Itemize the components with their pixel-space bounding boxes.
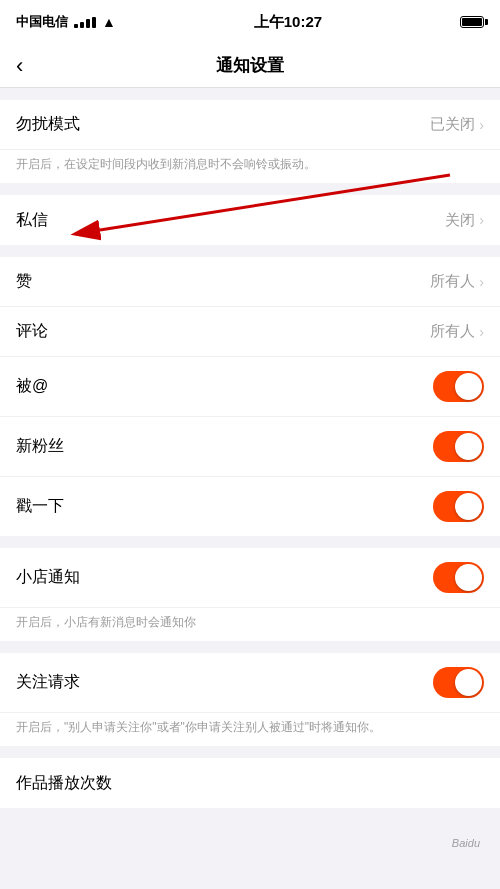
signal-bars xyxy=(74,17,96,28)
item-right: 已关闭› xyxy=(430,115,484,134)
section-interactions: 赞所有人›评论所有人›被@新粉丝戳一下 xyxy=(0,257,500,536)
item-label: 被@ xyxy=(16,376,48,397)
toggle-戳一下[interactable] xyxy=(433,491,484,522)
setting-item-私信[interactable]: 私信关闭› xyxy=(0,195,500,245)
item-label: 新粉丝 xyxy=(16,436,64,457)
setting-item-赞[interactable]: 赞所有人› xyxy=(0,257,500,307)
item-label: 作品播放次数 xyxy=(16,773,112,794)
toggle-knob xyxy=(455,493,482,520)
chevron-right-icon: › xyxy=(479,212,484,228)
signal-bar-4 xyxy=(92,17,96,28)
setting-item-评论[interactable]: 评论所有人› xyxy=(0,307,500,357)
chevron-right-icon: › xyxy=(479,274,484,290)
chevron-right-icon: › xyxy=(479,324,484,340)
item-right xyxy=(433,371,484,402)
page-title: 通知设置 xyxy=(216,54,284,77)
setting-item-小店通知[interactable]: 小店通知 xyxy=(0,548,500,608)
item-label: 小店通知 xyxy=(16,567,80,588)
setting-item-勿扰模式[interactable]: 勿扰模式已关闭› xyxy=(0,100,500,150)
toggle-被@[interactable] xyxy=(433,371,484,402)
section-private: 私信关闭› xyxy=(0,195,500,245)
setting-item-作品播放次数[interactable]: 作品播放次数 xyxy=(0,758,500,808)
item-right xyxy=(433,667,484,698)
carrier-label: 中国电信 xyxy=(16,13,68,31)
item-label: 私信 xyxy=(16,210,48,231)
setting-item-关注请求[interactable]: 关注请求 xyxy=(0,653,500,713)
item-label: 勿扰模式 xyxy=(16,114,80,135)
item-value: 关闭 xyxy=(445,211,475,230)
section-note: 开启后，小店有新消息时会通知你 xyxy=(0,608,500,641)
nav-bar: ‹ 通知设置 xyxy=(0,44,500,88)
item-right xyxy=(433,491,484,522)
item-right: 所有人› xyxy=(430,322,484,341)
status-right xyxy=(460,16,484,28)
section-plays: 作品播放次数 xyxy=(0,758,500,808)
setting-item-新粉丝[interactable]: 新粉丝 xyxy=(0,417,500,477)
item-right: 所有人› xyxy=(430,272,484,291)
status-time: 上午10:27 xyxy=(254,13,322,32)
item-label: 赞 xyxy=(16,271,32,292)
setting-item-被@[interactable]: 被@ xyxy=(0,357,500,417)
section-shop: 小店通知开启后，小店有新消息时会通知你 xyxy=(0,548,500,641)
item-right: 关闭› xyxy=(445,211,484,230)
section-dnd: 勿扰模式已关闭›开启后，在设定时间段内收到新消息时不会响铃或振动。 xyxy=(0,100,500,183)
chevron-right-icon: › xyxy=(479,117,484,133)
wifi-icon: ▲ xyxy=(102,14,116,30)
section-follow: 关注请求开启后，"别人申请关注你"或者"你申请关注别人被通过"时将通知你。 xyxy=(0,653,500,746)
signal-bar-2 xyxy=(80,22,84,28)
item-label: 戳一下 xyxy=(16,496,64,517)
section-note: 开启后，在设定时间段内收到新消息时不会响铃或振动。 xyxy=(0,150,500,183)
item-right xyxy=(433,562,484,593)
item-label: 关注请求 xyxy=(16,672,80,693)
item-right xyxy=(433,431,484,462)
section-note: 开启后，"别人申请关注你"或者"你申请关注别人被通过"时将通知你。 xyxy=(0,713,500,746)
watermark: Baidu xyxy=(452,837,480,849)
signal-bar-3 xyxy=(86,19,90,28)
status-bar: 中国电信 ▲ 上午10:27 xyxy=(0,0,500,44)
item-value: 所有人 xyxy=(430,322,475,341)
item-label: 评论 xyxy=(16,321,48,342)
toggle-新粉丝[interactable] xyxy=(433,431,484,462)
item-value: 已关闭 xyxy=(430,115,475,134)
status-left: 中国电信 ▲ xyxy=(16,13,116,31)
toggle-knob xyxy=(455,433,482,460)
battery-fill xyxy=(462,18,482,26)
signal-bar-1 xyxy=(74,24,78,28)
battery-icon xyxy=(460,16,484,28)
toggle-knob xyxy=(455,669,482,696)
item-value: 所有人 xyxy=(430,272,475,291)
toggle-小店通知[interactable] xyxy=(433,562,484,593)
toggle-knob xyxy=(455,564,482,591)
toggle-knob xyxy=(455,373,482,400)
toggle-关注请求[interactable] xyxy=(433,667,484,698)
back-button[interactable]: ‹ xyxy=(16,53,23,79)
setting-item-戳一下[interactable]: 戳一下 xyxy=(0,477,500,536)
